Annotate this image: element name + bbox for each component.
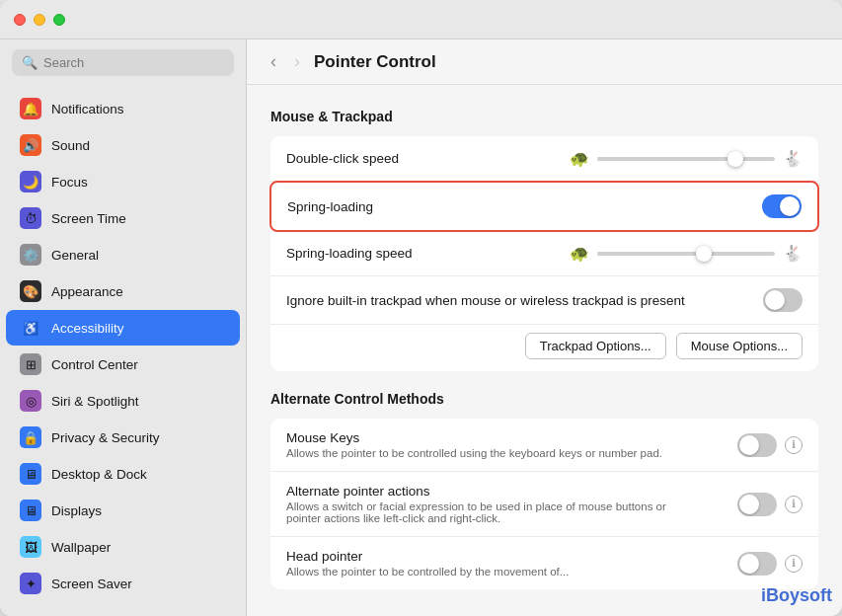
setting-row-head-pointer: Head pointer Allows the pointer to be co… xyxy=(270,537,818,589)
sidebar-item-siri-spotlight[interactable]: ◎ Siri & Spotlight xyxy=(6,383,240,419)
toggle-ignore-trackpad[interactable] xyxy=(763,288,803,312)
desktop-dock-icon: 🖥 xyxy=(20,463,41,485)
general-label: General xyxy=(51,248,99,263)
wallpaper-label: Wallpaper xyxy=(51,540,111,555)
main-content: 🔍 🔔 Notifications 🔊 Sound 🌙 Focus ⏱ Scre… xyxy=(0,39,842,616)
info-alternate-pointer-actions[interactable]: ℹ xyxy=(785,496,803,513)
label-head-pointer: Head pointer xyxy=(286,549,569,564)
sidebar: 🔍 🔔 Notifications 🔊 Sound 🌙 Focus ⏱ Scre… xyxy=(0,39,247,616)
window: 🔍 🔔 Notifications 🔊 Sound 🌙 Focus ⏱ Scre… xyxy=(0,0,842,616)
sidebar-item-displays[interactable]: 🖥 Displays xyxy=(6,493,240,528)
focus-icon: 🌙 xyxy=(20,171,41,192)
maximize-button[interactable] xyxy=(53,14,65,26)
toggle-knob-ignore-trackpad xyxy=(765,290,785,310)
sidebar-item-general[interactable]: ⚙️ General xyxy=(6,237,240,272)
panel-wrapper: ‹ › Pointer Control Mouse & Trackpad Dou… xyxy=(247,39,842,616)
mouse-options-button[interactable]: Mouse Options... xyxy=(676,333,803,359)
sidebar-item-focus[interactable]: 🌙 Focus xyxy=(6,164,240,199)
label-spring-loading: Spring-loading xyxy=(287,199,373,214)
slider-track-spring-loading-speed[interactable] xyxy=(597,252,775,256)
screen-saver-label: Screen Saver xyxy=(51,577,132,591)
general-icon: ⚙️ xyxy=(20,244,41,266)
slider-slow-icon-double-click-speed: 🐢 xyxy=(570,149,589,168)
toggle-knob-mouse-keys xyxy=(739,435,759,455)
sidebar-item-screen-saver[interactable]: ✦ Screen Saver xyxy=(6,566,240,601)
toggle-spring-loading[interactable] xyxy=(762,194,802,218)
label-spring-loading-speed: Spring-loading speed xyxy=(286,246,413,261)
minimize-button[interactable] xyxy=(34,14,45,26)
slider-fast-icon-spring-loading-speed: 🐇 xyxy=(783,244,803,263)
sublabel-alternate-pointer-actions: Allows a switch or facial expression to … xyxy=(286,500,681,524)
slider-fast-icon-double-click-speed: 🐇 xyxy=(783,149,803,168)
toggle-head-pointer[interactable] xyxy=(737,552,777,576)
appearance-icon: 🎨 xyxy=(20,280,41,302)
privacy-security-icon: 🔒 xyxy=(20,426,41,448)
setting-row-ignore-trackpad: Ignore built-in trackpad when mouse or w… xyxy=(270,276,818,325)
sidebar-items: 🔔 Notifications 🔊 Sound 🌙 Focus ⏱ Screen… xyxy=(0,86,246,606)
control-center-label: Control Center xyxy=(51,357,138,372)
title-bar xyxy=(0,0,842,39)
notifications-label: Notifications xyxy=(51,102,124,116)
slider-slow-icon-spring-loading-speed: 🐢 xyxy=(570,244,589,263)
displays-icon: 🖥 xyxy=(20,500,41,521)
desc-alternate-pointer-actions: Alternate pointer actions Allows a switc… xyxy=(286,484,681,524)
privacy-security-label: Privacy & Security xyxy=(51,430,160,445)
trackpad-options-button[interactable]: Trackpad Options... xyxy=(525,333,666,359)
toggle-knob-head-pointer xyxy=(739,554,759,574)
label-alternate-pointer-actions: Alternate pointer actions xyxy=(286,484,681,499)
accessibility-label: Accessibility xyxy=(51,321,124,336)
search-input[interactable] xyxy=(43,55,224,70)
slider-spring-loading-speed[interactable]: 🐢 🐇 xyxy=(570,244,803,263)
toggle-mouse-keys[interactable] xyxy=(737,433,777,457)
info-mouse-keys[interactable]: ℹ xyxy=(785,436,803,454)
control-center-icon: ⊞ xyxy=(20,353,41,375)
info-head-pointer[interactable]: ℹ xyxy=(785,555,803,573)
desc-head-pointer: Head pointer Allows the pointer to be co… xyxy=(286,549,569,578)
sidebar-item-screen-time[interactable]: ⏱ Screen Time xyxy=(6,200,240,236)
section-title-alternate-control: Alternate Control Methods xyxy=(270,391,818,407)
sidebar-item-accessibility[interactable]: ♿ Accessibility xyxy=(6,310,240,346)
settings-group-alternate-control: Mouse Keys Allows the pointer to be cont… xyxy=(270,419,818,589)
panel-body: Mouse & Trackpad Double-click speed 🐢 🐇 … xyxy=(247,85,842,616)
back-button[interactable]: ‹ xyxy=(267,49,280,74)
appearance-label: Appearance xyxy=(51,284,123,299)
buttons-row-mouse-trackpad: Trackpad Options...Mouse Options... xyxy=(270,325,818,371)
sidebar-item-privacy-security[interactable]: 🔒 Privacy & Security xyxy=(6,420,240,455)
screen-time-label: Screen Time xyxy=(51,211,126,226)
sidebar-item-appearance[interactable]: 🎨 Appearance xyxy=(6,273,240,309)
label-mouse-keys: Mouse Keys xyxy=(286,430,662,445)
notifications-icon: 🔔 xyxy=(20,98,41,119)
forward-button[interactable]: › xyxy=(290,49,304,74)
desc-mouse-keys: Mouse Keys Allows the pointer to be cont… xyxy=(286,430,662,459)
search-bar: 🔍 xyxy=(12,49,234,76)
section-title-mouse-trackpad: Mouse & Trackpad xyxy=(270,109,818,124)
close-button[interactable] xyxy=(14,14,26,26)
sidebar-item-desktop-dock[interactable]: 🖥 Desktop & Dock xyxy=(6,456,240,492)
label-ignore-trackpad: Ignore built-in trackpad when mouse or w… xyxy=(286,293,685,308)
focus-label: Focus xyxy=(51,175,88,190)
slider-double-click-speed[interactable]: 🐢 🐇 xyxy=(570,149,803,168)
wallpaper-icon: 🖼 xyxy=(20,536,41,558)
setting-row-mouse-keys: Mouse Keys Allows the pointer to be cont… xyxy=(270,419,818,472)
sound-icon: 🔊 xyxy=(20,134,41,156)
setting-row-spring-loading-speed: Spring-loading speed 🐢 🐇 xyxy=(270,231,818,276)
setting-row-alternate-pointer-actions: Alternate pointer actions Allows a switc… xyxy=(270,472,818,537)
controls-head-pointer: ℹ xyxy=(737,552,803,576)
sidebar-item-wallpaper[interactable]: 🖼 Wallpaper xyxy=(6,529,240,565)
settings-group-mouse-trackpad: Double-click speed 🐢 🐇 Spring-loading Sp… xyxy=(270,136,818,371)
sublabel-mouse-keys: Allows the pointer to be controlled usin… xyxy=(286,447,662,459)
panel-header: ‹ › Pointer Control xyxy=(247,39,842,85)
siri-spotlight-icon: ◎ xyxy=(20,390,41,412)
sublabel-head-pointer: Allows the pointer to be controlled by t… xyxy=(286,566,569,578)
setting-row-spring-loading: Spring-loading xyxy=(269,181,819,232)
sidebar-item-control-center[interactable]: ⊞ Control Center xyxy=(6,346,240,382)
controls-mouse-keys: ℹ xyxy=(737,433,803,457)
accessibility-icon: ♿ xyxy=(20,317,41,339)
screen-time-icon: ⏱ xyxy=(20,207,41,229)
sidebar-item-notifications[interactable]: 🔔 Notifications xyxy=(6,91,240,126)
siri-spotlight-label: Siri & Spotlight xyxy=(51,394,139,409)
desktop-dock-label: Desktop & Dock xyxy=(51,467,147,482)
sidebar-item-sound[interactable]: 🔊 Sound xyxy=(6,127,240,163)
slider-track-double-click-speed[interactable] xyxy=(597,157,775,161)
toggle-alternate-pointer-actions[interactable] xyxy=(737,493,777,516)
